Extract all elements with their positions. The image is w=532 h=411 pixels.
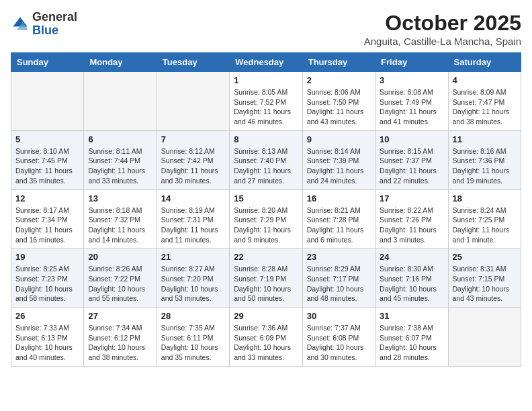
day-info: Sunrise: 8:19 AM Sunset: 7:31 PM Dayligh…: [161, 205, 225, 245]
calendar-day-cell: 21Sunrise: 8:27 AM Sunset: 7:20 PM Dayli…: [157, 248, 229, 308]
calendar-day-cell: 26Sunrise: 7:33 AM Sunset: 6:13 PM Dayli…: [11, 308, 84, 367]
calendar-week-row: 26Sunrise: 7:33 AM Sunset: 6:13 PM Dayli…: [11, 308, 521, 367]
day-number: 4: [453, 75, 517, 85]
day-info: Sunrise: 8:13 AM Sunset: 7:40 PM Dayligh…: [234, 146, 298, 186]
day-number: 17: [380, 193, 443, 203]
day-number: 22: [234, 252, 298, 262]
day-number: 11: [453, 134, 517, 144]
calendar-week-row: 12Sunrise: 8:17 AM Sunset: 7:34 PM Dayli…: [11, 189, 521, 248]
calendar-day-cell: 31Sunrise: 7:38 AM Sunset: 6:07 PM Dayli…: [375, 308, 448, 367]
day-info: Sunrise: 8:10 AM Sunset: 7:45 PM Dayligh…: [15, 146, 79, 186]
day-number: 29: [234, 311, 298, 321]
day-number: 13: [88, 193, 152, 203]
day-info: Sunrise: 8:21 AM Sunset: 7:28 PM Dayligh…: [307, 205, 371, 245]
day-number: 23: [307, 252, 371, 262]
calendar-table: Sunday Monday Tuesday Wednesday Thursday…: [11, 52, 521, 367]
calendar-day-cell: 25Sunrise: 8:31 AM Sunset: 7:15 PM Dayli…: [448, 248, 521, 308]
day-number: 2: [307, 75, 371, 85]
calendar-day-cell: 17Sunrise: 8:22 AM Sunset: 7:26 PM Dayli…: [375, 189, 448, 248]
calendar-day-cell: 7Sunrise: 8:12 AM Sunset: 7:42 PM Daylig…: [157, 130, 229, 189]
calendar-day-cell: 19Sunrise: 8:25 AM Sunset: 7:23 PM Dayli…: [11, 248, 84, 308]
calendar-day-cell: 1Sunrise: 8:05 AM Sunset: 7:52 PM Daylig…: [230, 72, 302, 131]
calendar-day-cell: [448, 308, 521, 367]
day-info: Sunrise: 8:22 AM Sunset: 7:26 PM Dayligh…: [380, 205, 443, 245]
header-tuesday: Tuesday: [157, 53, 229, 72]
calendar-day-cell: 30Sunrise: 7:37 AM Sunset: 6:08 PM Dayli…: [302, 308, 375, 367]
calendar-day-cell: 2Sunrise: 8:06 AM Sunset: 7:50 PM Daylig…: [302, 72, 375, 131]
calendar-day-cell: 18Sunrise: 8:24 AM Sunset: 7:25 PM Dayli…: [448, 189, 521, 248]
day-number: 1: [234, 75, 298, 85]
calendar-day-cell: 5Sunrise: 8:10 AM Sunset: 7:45 PM Daylig…: [11, 130, 84, 189]
day-number: 27: [88, 311, 152, 321]
day-info: Sunrise: 8:16 AM Sunset: 7:36 PM Dayligh…: [453, 146, 517, 186]
day-info: Sunrise: 8:06 AM Sunset: 7:50 PM Dayligh…: [307, 87, 371, 127]
calendar-day-cell: 10Sunrise: 8:15 AM Sunset: 7:37 PM Dayli…: [375, 130, 448, 189]
calendar-week-row: 19Sunrise: 8:25 AM Sunset: 7:23 PM Dayli…: [11, 248, 521, 308]
header-wednesday: Wednesday: [230, 53, 302, 72]
day-info: Sunrise: 8:09 AM Sunset: 7:47 PM Dayligh…: [453, 87, 517, 127]
day-info: Sunrise: 8:05 AM Sunset: 7:52 PM Dayligh…: [234, 87, 298, 127]
calendar-day-cell: 24Sunrise: 8:30 AM Sunset: 7:16 PM Dayli…: [375, 248, 448, 308]
header-monday: Monday: [84, 53, 157, 72]
calendar-day-cell: 20Sunrise: 8:26 AM Sunset: 7:22 PM Dayli…: [84, 248, 157, 308]
day-number: 8: [234, 134, 298, 144]
weekday-header-row: Sunday Monday Tuesday Wednesday Thursday…: [11, 53, 521, 72]
day-info: Sunrise: 8:14 AM Sunset: 7:39 PM Dayligh…: [307, 146, 371, 186]
calendar-day-cell: 16Sunrise: 8:21 AM Sunset: 7:28 PM Dayli…: [302, 189, 375, 248]
day-info: Sunrise: 8:29 AM Sunset: 7:17 PM Dayligh…: [307, 264, 371, 304]
day-info: Sunrise: 7:38 AM Sunset: 6:07 PM Dayligh…: [380, 323, 443, 363]
logo-icon: [11, 15, 30, 34]
day-number: 10: [380, 134, 443, 144]
day-info: Sunrise: 8:30 AM Sunset: 7:16 PM Dayligh…: [380, 264, 443, 304]
day-info: Sunrise: 7:34 AM Sunset: 6:12 PM Dayligh…: [88, 323, 152, 363]
day-info: Sunrise: 8:26 AM Sunset: 7:22 PM Dayligh…: [88, 264, 152, 304]
day-number: 19: [15, 252, 79, 262]
day-number: 12: [15, 193, 79, 203]
calendar-day-cell: 13Sunrise: 8:18 AM Sunset: 7:32 PM Dayli…: [84, 189, 157, 248]
calendar-day-cell: 14Sunrise: 8:19 AM Sunset: 7:31 PM Dayli…: [157, 189, 229, 248]
day-info: Sunrise: 8:25 AM Sunset: 7:23 PM Dayligh…: [15, 264, 79, 304]
day-number: 28: [161, 311, 225, 321]
day-info: Sunrise: 8:24 AM Sunset: 7:25 PM Dayligh…: [453, 205, 517, 245]
day-number: 21: [161, 252, 225, 262]
logo-blue-text: Blue: [32, 24, 58, 37]
day-number: 7: [161, 134, 225, 144]
day-number: 18: [453, 193, 517, 203]
calendar-day-cell: 29Sunrise: 7:36 AM Sunset: 6:09 PM Dayli…: [230, 308, 302, 367]
calendar-day-cell: 28Sunrise: 7:35 AM Sunset: 6:11 PM Dayli…: [157, 308, 229, 367]
day-info: Sunrise: 8:18 AM Sunset: 7:32 PM Dayligh…: [88, 205, 152, 245]
day-number: 25: [453, 252, 517, 262]
header-thursday: Thursday: [302, 53, 375, 72]
day-info: Sunrise: 8:17 AM Sunset: 7:34 PM Dayligh…: [15, 205, 79, 245]
calendar-day-cell: 12Sunrise: 8:17 AM Sunset: 7:34 PM Dayli…: [11, 189, 84, 248]
day-number: 3: [380, 75, 443, 85]
calendar-day-cell: 6Sunrise: 8:11 AM Sunset: 7:44 PM Daylig…: [84, 130, 157, 189]
calendar-day-cell: [84, 72, 157, 131]
day-info: Sunrise: 8:15 AM Sunset: 7:37 PM Dayligh…: [380, 146, 443, 186]
day-number: 14: [161, 193, 225, 203]
location-subtitle: Anguita, Castille-La Mancha, Spain: [364, 36, 521, 47]
day-number: 6: [88, 134, 152, 144]
calendar-day-cell: 8Sunrise: 8:13 AM Sunset: 7:40 PM Daylig…: [230, 130, 302, 189]
day-number: 20: [88, 252, 152, 262]
calendar-day-cell: 27Sunrise: 7:34 AM Sunset: 6:12 PM Dayli…: [84, 308, 157, 367]
day-number: 31: [380, 311, 443, 321]
title-block: October 2025 Anguita, Castille-La Mancha…: [364, 11, 521, 47]
day-info: Sunrise: 7:37 AM Sunset: 6:08 PM Dayligh…: [307, 323, 371, 363]
day-info: Sunrise: 8:12 AM Sunset: 7:42 PM Dayligh…: [161, 146, 225, 186]
calendar-day-cell: 3Sunrise: 8:08 AM Sunset: 7:49 PM Daylig…: [375, 72, 448, 131]
header-friday: Friday: [375, 53, 448, 72]
day-info: Sunrise: 8:31 AM Sunset: 7:15 PM Dayligh…: [453, 264, 517, 304]
day-info: Sunrise: 8:11 AM Sunset: 7:44 PM Dayligh…: [88, 146, 152, 186]
calendar-day-cell: 9Sunrise: 8:14 AM Sunset: 7:39 PM Daylig…: [302, 130, 375, 189]
day-info: Sunrise: 8:27 AM Sunset: 7:20 PM Dayligh…: [161, 264, 225, 304]
day-info: Sunrise: 7:36 AM Sunset: 6:09 PM Dayligh…: [234, 323, 298, 363]
logo-general-text: General: [32, 10, 77, 24]
day-info: Sunrise: 8:20 AM Sunset: 7:29 PM Dayligh…: [234, 205, 298, 245]
logo: General Blue: [11, 11, 77, 38]
day-info: Sunrise: 7:35 AM Sunset: 6:11 PM Dayligh…: [161, 323, 225, 363]
header-saturday: Saturday: [448, 53, 521, 72]
calendar-week-row: 5Sunrise: 8:10 AM Sunset: 7:45 PM Daylig…: [11, 130, 521, 189]
day-info: Sunrise: 7:33 AM Sunset: 6:13 PM Dayligh…: [15, 323, 79, 363]
calendar-day-cell: 4Sunrise: 8:09 AM Sunset: 7:47 PM Daylig…: [448, 72, 521, 131]
